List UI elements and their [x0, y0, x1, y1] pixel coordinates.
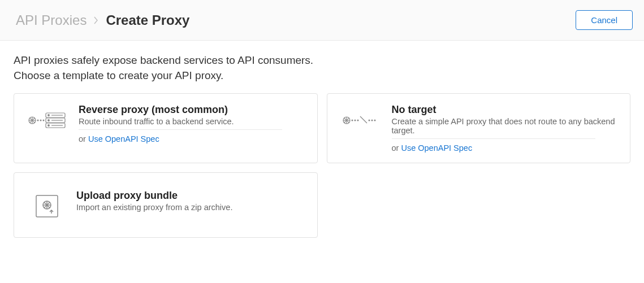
- chevron-right-icon: [93, 16, 99, 25]
- svg-point-6: [40, 120, 41, 121]
- card-title-upload: Upload proxy bundle: [76, 190, 305, 202]
- svg-point-24: [357, 120, 358, 121]
- svg-point-27: [371, 120, 373, 121]
- card-content: Reverse proxy (most common) Route inboun…: [79, 104, 305, 143]
- intro-text: API proxies safely expose backend servic…: [0, 41, 644, 93]
- card-desc-reverse: Route inbound traffic to a backend servi…: [79, 117, 305, 126]
- no-target-icon: [340, 106, 379, 134]
- openapi-link-notarget[interactable]: Use OpenAPI Spec: [401, 143, 472, 153]
- page-title: Create Proxy: [106, 12, 189, 28]
- svg-point-12: [48, 120, 50, 121]
- card-reverse-proxy[interactable]: Reverse proxy (most common) Route inboun…: [14, 93, 318, 163]
- card-desc-notarget: Create a simple API proxy that does not …: [392, 117, 618, 135]
- card-divider: [79, 129, 282, 130]
- or-label: or: [79, 134, 86, 143]
- svg-point-9: [48, 115, 50, 116]
- breadcrumb-prev[interactable]: API Proxies: [16, 12, 87, 28]
- cards-grid: Reverse proxy (most common) Route inboun…: [0, 93, 644, 238]
- card-content: Upload proxy bundle Import an existing p…: [76, 190, 305, 215]
- upload-bundle-icon: [30, 192, 64, 220]
- or-label: or: [392, 143, 399, 153]
- svg-line-25: [360, 116, 367, 123]
- card-no-target[interactable]: No target Create a simple API proxy that…: [327, 93, 631, 163]
- svg-point-26: [369, 120, 370, 121]
- svg-point-23: [355, 120, 356, 121]
- card-or-row: or Use OpenAPI Spec: [392, 143, 618, 153]
- breadcrumb: API Proxies Create Proxy: [16, 12, 189, 28]
- svg-point-22: [352, 120, 353, 121]
- card-content: No target Create a simple API proxy that…: [392, 104, 618, 153]
- svg-point-7: [43, 120, 44, 121]
- card-divider: [392, 138, 595, 139]
- reverse-proxy-icon: [27, 106, 66, 134]
- card-upload-bundle[interactable]: Upload proxy bundle Import an existing p…: [14, 172, 318, 238]
- svg-point-5: [37, 120, 38, 121]
- svg-point-28: [374, 120, 375, 121]
- card-desc-upload: Import an existing proxy from a zip arch…: [76, 203, 305, 212]
- card-title-notarget: No target: [392, 104, 618, 116]
- intro-line2: Choose a template to create your API pro…: [14, 68, 630, 84]
- card-or-row: or Use OpenAPI Spec: [79, 134, 305, 143]
- header: API Proxies Create Proxy Cancel: [0, 0, 644, 41]
- intro-line1: API proxies safely expose backend servic…: [14, 53, 630, 68]
- openapi-link-reverse[interactable]: Use OpenAPI Spec: [88, 134, 159, 143]
- svg-point-15: [48, 125, 50, 127]
- cancel-button[interactable]: Cancel: [576, 10, 633, 30]
- card-title-reverse: Reverse proxy (most common): [79, 104, 305, 116]
